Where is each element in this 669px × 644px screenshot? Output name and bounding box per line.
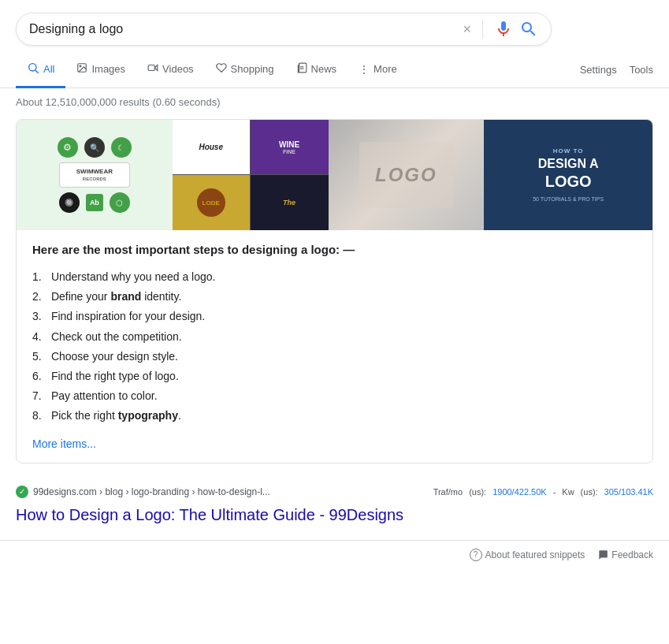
mic-icon[interactable] (494, 20, 513, 39)
tab-all-label: All (43, 63, 54, 75)
search-input[interactable]: Designing a logo (29, 22, 463, 36)
svg-point-0 (29, 64, 36, 71)
images-icon (76, 62, 87, 76)
source-verified-icon: ✓ (16, 486, 28, 498)
tab-news-label: News (311, 63, 337, 75)
about-snippets[interactable]: ? About featured snippets (470, 549, 585, 561)
result-source: ✓ 99designs.com › blog › logo-branding ›… (0, 476, 669, 503)
source-url: 99designs.com › blog › logo-branding › h… (33, 486, 270, 497)
kw-value[interactable]: 305/103.41K (604, 487, 653, 497)
kw-label: - (553, 487, 556, 497)
kw-label-text: Kw (562, 487, 574, 497)
snippet-list: 1. Understand why you need a logo. 2. De… (32, 267, 637, 426)
snippet-body: Here are the most important steps to des… (17, 230, 652, 463)
snippet-image-4[interactable]: HOW TO DESIGN A LOGO 50 TUTORIALS & PRO … (484, 120, 652, 230)
tab-all[interactable]: All (16, 52, 65, 88)
snippet-image-1[interactable]: ⚙ 🔍 ☾ SWIMWEARRECORDS 🔘 Ab ⬡ (17, 120, 173, 230)
snippet-image-3[interactable]: LOGO (329, 120, 485, 230)
search-submit-icon[interactable] (519, 20, 538, 39)
about-snippets-label: About featured snippets (485, 549, 585, 560)
tab-videos[interactable]: Videos (136, 53, 205, 87)
kw-us: (us): (581, 487, 598, 497)
featured-snippet: ⚙ 🔍 ☾ SWIMWEARRECORDS 🔘 Ab ⬡ House WINE … (16, 119, 653, 463)
list-item: 6. Find the right type of logo. (32, 367, 637, 386)
tab-more[interactable]: ⋮ More (348, 54, 408, 87)
feedback-button[interactable]: Feedback (597, 549, 653, 560)
clear-icon[interactable]: × (463, 21, 471, 38)
tab-more-label: More (374, 63, 397, 75)
list-item: 5. Choose your design style. (32, 347, 637, 367)
news-icon (296, 62, 307, 76)
search-bar-icons: × (463, 20, 538, 39)
feedback-icon (597, 549, 608, 560)
list-item: 4. Check out the competition. (32, 327, 637, 347)
settings-link[interactable]: Settings (580, 64, 617, 76)
svg-point-3 (80, 65, 82, 67)
result-title-link[interactable]: How to Design a Logo: The Ultimate Guide… (16, 506, 403, 523)
all-icon (27, 61, 39, 76)
tab-news[interactable]: News (285, 53, 348, 87)
list-item: 1. Understand why you need a logo. (32, 267, 637, 287)
search-bar-container: Designing a logo × (16, 13, 552, 46)
shopping-icon (216, 62, 227, 76)
tab-images[interactable]: Images (65, 53, 136, 87)
traffic-value[interactable]: 1900/422.50K (492, 487, 547, 497)
list-item: 2. Define your brand identity. (32, 287, 637, 307)
tab-shopping[interactable]: Shopping (205, 53, 285, 87)
list-item: 3. Find inspiration for your design. (32, 307, 637, 326)
results-count: About 12,510,000,000 results (0.60 secon… (0, 88, 669, 116)
search-header: Designing a logo × (0, 0, 669, 46)
result-title: How to Design a Logo: The Ultimate Guide… (0, 503, 669, 534)
image-strip: ⚙ 🔍 ☾ SWIMWEARRECORDS 🔘 Ab ⬡ House WINE … (17, 120, 652, 230)
traffic-us: (us): (469, 487, 486, 497)
list-item: 8. Pick the right typography. (32, 406, 637, 426)
feedback-label: Feedback (611, 549, 653, 560)
source-traffic: Traf/mo (us): 1900/422.50K - Kw (us): 30… (433, 487, 653, 497)
more-items-link[interactable]: More items... (32, 437, 96, 450)
snippet-header: Here are the most important steps to des… (32, 243, 637, 256)
tools-link[interactable]: Tools (630, 64, 653, 76)
traffic-label: Traf/mo (433, 487, 463, 497)
tab-images-label: Images (91, 63, 125, 75)
nav-right: Settings Tools (580, 64, 653, 76)
nav-tabs: All Images Videos Shopping News ⋮ More S… (0, 52, 669, 88)
list-item: 7. Pay attention to color. (32, 386, 637, 406)
page-footer: ? About featured snippets Feedback (0, 540, 669, 569)
snippet-image-2[interactable]: House WINE FINE LODE The (173, 120, 329, 230)
source-left: ✓ 99designs.com › blog › logo-branding ›… (16, 486, 270, 498)
more-icon: ⋮ (359, 63, 370, 76)
tab-videos-label: Videos (162, 63, 194, 75)
about-icon: ? (470, 549, 482, 561)
svg-line-1 (35, 70, 39, 73)
svg-rect-4 (148, 65, 154, 71)
videos-icon (147, 62, 158, 76)
search-divider (482, 20, 483, 39)
tab-shopping-label: Shopping (231, 63, 274, 75)
